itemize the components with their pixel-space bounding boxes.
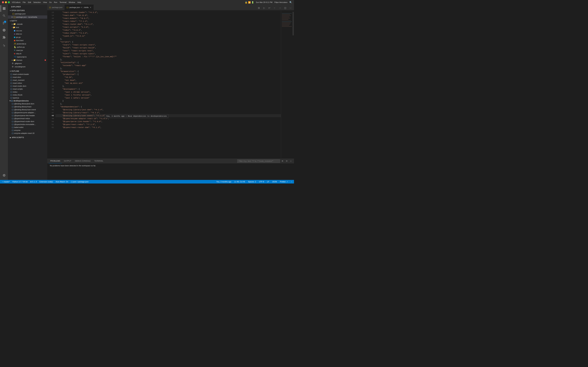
outline-enzyme[interactable]: { } enzyme bbox=[8, 129, 47, 132]
extension-status[interactable]: Extension (natty) bbox=[39, 180, 54, 184]
outline-user-event[interactable]: { } @testing-library/user-event bbox=[8, 108, 47, 111]
nav-back-btn[interactable]: ← bbox=[272, 6, 277, 10]
panel-tab-output[interactable]: OUTPUT bbox=[62, 159, 73, 163]
activity-search[interactable] bbox=[1, 12, 7, 19]
file-js[interactable]: JS javascript.js bbox=[8, 42, 47, 45]
activity-extensions[interactable] bbox=[1, 34, 7, 41]
status-bar-right: You, 3 months ago Ln 48, Col 45 Spaces: … bbox=[216, 180, 293, 184]
menu-vscodium[interactable]: VSCodium bbox=[12, 1, 20, 3]
file-html[interactable]: ◼ html.html bbox=[8, 39, 47, 42]
more-actions-btn[interactable]: ··· bbox=[288, 6, 293, 10]
outline-react-router-dom-types[interactable]: { } @types/react-router-dom bbox=[8, 120, 47, 123]
auto-attach[interactable]: Auto Attach: On bbox=[55, 180, 69, 184]
cursor-position[interactable]: Ln 48, Col 45 bbox=[234, 180, 246, 184]
file-go[interactable]: ◼ go.go bbox=[8, 35, 47, 39]
minimize-button[interactable] bbox=[5, 1, 7, 3]
outline-dev-deps[interactable]: ▾ { } devDependencies bbox=[8, 99, 47, 102]
activity-settings[interactable] bbox=[1, 172, 7, 179]
file-css[interactable]: ◼ css.css bbox=[8, 29, 47, 32]
panel-tab-terminal[interactable]: TERMINAL bbox=[93, 159, 105, 163]
code-editor[interactable]: "react-content-loader": "^4.3.3", "react… bbox=[55, 10, 281, 158]
collapse-btn[interactable]: ⊟ bbox=[285, 159, 288, 163]
activity-run[interactable] bbox=[1, 27, 7, 33]
outline-react-dom[interactable]: { } react-dom bbox=[8, 76, 47, 79]
menu-selection[interactable]: Selection bbox=[33, 1, 41, 3]
outline-babel-eslint[interactable]: { } babel-eslint bbox=[8, 126, 47, 129]
explorer-header[interactable]: EXPLORER bbox=[8, 5, 47, 8]
folder-vscode[interactable]: ▶ 📁 .vscode bbox=[8, 22, 47, 26]
errors-count[interactable]: ⊗ 0 ⚠ 0 bbox=[30, 180, 37, 184]
npm-scripts-header[interactable]: ▶ NPM SCRIPTS bbox=[8, 135, 47, 139]
outline-react-content-loader[interactable]: { } react-content-loader bbox=[8, 73, 47, 76]
run-btn[interactable]: ▷ bbox=[262, 6, 267, 10]
open-changes-btn[interactable]: ◫ bbox=[283, 6, 287, 10]
open-file-package-json-stella[interactable]: ✕ { } package.json ~/prod/stella bbox=[8, 15, 47, 19]
prettier[interactable]: Prettier: ✓ bbox=[279, 180, 289, 184]
outline-redux-immutable[interactable]: { } @types/redux-immutable... bbox=[8, 123, 47, 126]
indentation[interactable]: Spaces: 2 bbox=[247, 180, 257, 184]
file-ts[interactable]: TS typescript.ts bbox=[8, 55, 47, 58]
tab-package-json[interactable]: { } package.json bbox=[47, 5, 65, 10]
outline-react-router-dom[interactable]: { } react-router-dom bbox=[8, 84, 47, 87]
menu-view[interactable]: View bbox=[43, 1, 47, 3]
folder-test[interactable]: ▾ 📂 test bbox=[8, 26, 47, 29]
file-react[interactable]: ⚛ react.jsx bbox=[8, 49, 47, 52]
outline-redux-thunk[interactable]: { } redux-thunk bbox=[8, 93, 47, 96]
python-version[interactable]: Python 3.7.7 64-bit bbox=[12, 180, 28, 184]
language-mode[interactable]: { } json / package.json bbox=[70, 180, 89, 184]
tab-package-json-active[interactable]: { } package.json ~/…/stella × bbox=[65, 5, 94, 10]
folder-themes[interactable]: ▶ 📁 themes bbox=[8, 58, 47, 62]
menu-edit[interactable]: Edit bbox=[28, 1, 31, 3]
outline-react-moment[interactable]: { } react_moment bbox=[8, 79, 47, 82]
outline-enzyme-adapter-react[interactable]: { } enzyme-adapter-react-16 bbox=[8, 132, 47, 135]
menu-run[interactable]: Run bbox=[54, 1, 57, 3]
close-panel-btn[interactable]: × bbox=[289, 159, 293, 163]
activity-source-control[interactable]: 6 bbox=[1, 20, 7, 26]
open-file-package-json[interactable]: { } package.json bbox=[8, 12, 47, 15]
outline-react-scripts[interactable]: { } react-scripts bbox=[8, 87, 47, 91]
filter-icon[interactable]: ⊞ bbox=[281, 159, 284, 163]
outline-testing-react[interactable]: { } @testing-library/react bbox=[8, 105, 47, 108]
search-icon[interactable]: 🔍 bbox=[289, 1, 292, 4]
tab-label-2: package.json ~/…/stella bbox=[69, 6, 89, 8]
panel-filter-input[interactable] bbox=[237, 159, 280, 163]
open-editors-header[interactable]: ▾ OPEN EDITORS bbox=[8, 8, 47, 12]
file-gitignore[interactable]: ⚙ .gitignore bbox=[8, 62, 47, 65]
activity-explorer[interactable] bbox=[1, 5, 7, 12]
eol[interactable]: LF bbox=[267, 180, 270, 184]
menu-go[interactable]: Go bbox=[49, 1, 52, 3]
feedback-icon[interactable]: ↑ bbox=[291, 180, 293, 184]
file-vscodeignore[interactable]: ⚙ .vscodeignore bbox=[8, 65, 47, 68]
outline-redux[interactable]: { } redux bbox=[8, 91, 47, 93]
tab-close-btn[interactable]: × bbox=[90, 6, 92, 9]
menu-window[interactable]: Window bbox=[69, 1, 75, 3]
outline-typed-js[interactable]: { } typed.js bbox=[8, 96, 47, 99]
close-icon[interactable]: ✕ bbox=[11, 16, 13, 18]
outline-react-redux[interactable]: { } react-redux bbox=[8, 82, 47, 84]
natty-header[interactable]: ▾ NATTY bbox=[8, 19, 47, 22]
git-branch[interactable]: ⑂ master* bbox=[1, 180, 10, 184]
git-blame[interactable]: You, 3 months ago bbox=[216, 180, 232, 184]
split-editor-btn[interactable]: ⊟ bbox=[257, 6, 261, 10]
menu-help[interactable]: Help bbox=[78, 1, 81, 3]
revert-btn[interactable]: ↩ bbox=[267, 6, 272, 10]
encoding[interactable]: UTF-8 bbox=[258, 180, 265, 184]
close-button[interactable] bbox=[2, 1, 4, 3]
file-python[interactable]: 🐍 python.py bbox=[8, 45, 47, 49]
panel-tab-problems[interactable]: PROBLEMS bbox=[49, 159, 62, 163]
menu-file[interactable]: File bbox=[23, 1, 26, 3]
panel-tab-debug[interactable]: DEBUG CONSOLE bbox=[73, 159, 92, 163]
nav-fwd-btn[interactable]: → bbox=[277, 6, 282, 10]
outline-parse-link[interactable]: { } @types/parse-link-header bbox=[8, 114, 47, 117]
file-ruby[interactable]: ◆ ruby.rb bbox=[8, 52, 47, 55]
outline-jest-dom[interactable]: { } @testing-library/jest-dom bbox=[8, 102, 47, 105]
file-elixir[interactable]: ◆ elixir.ex bbox=[8, 32, 47, 35]
outline-icon-7: { } bbox=[10, 91, 12, 93]
outline-react-redux-types[interactable]: { } @types/react-redux bbox=[8, 117, 47, 120]
menu-terminal[interactable]: Terminal bbox=[60, 1, 66, 3]
outline-enzyme-adapter[interactable]: { } @types/enzyme-adapter-... bbox=[8, 111, 47, 114]
maximize-button[interactable] bbox=[8, 1, 10, 3]
outline-header[interactable]: ▾ OUTLINE bbox=[8, 69, 47, 73]
activity-git[interactable] bbox=[1, 43, 7, 49]
file-type[interactable]: JSON bbox=[271, 180, 277, 184]
